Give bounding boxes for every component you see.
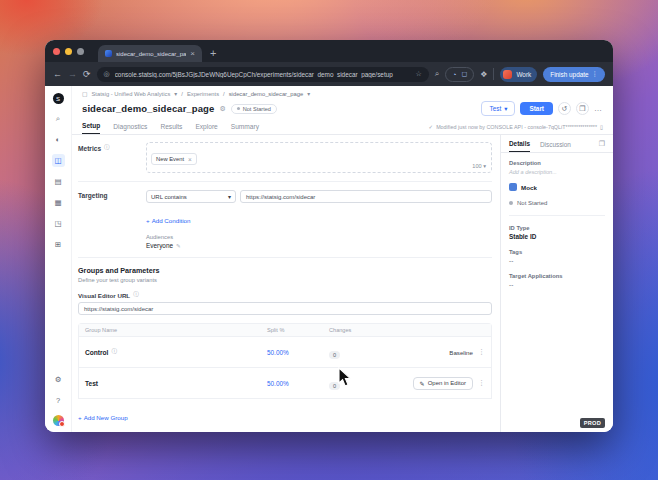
- more-options-icon[interactable]: …: [594, 104, 603, 113]
- breadcrumb-project[interactable]: Statsig - Unified Web Analytics: [91, 91, 170, 97]
- extensions-icon[interactable]: ❖: [480, 70, 487, 79]
- back-icon[interactable]: ←: [53, 70, 62, 79]
- start-button[interactable]: Start: [520, 102, 553, 115]
- visual-editor-url-input[interactable]: https://statsig.com/sidecar: [78, 302, 492, 315]
- edit-icon[interactable]: ✎: [176, 243, 181, 249]
- tab-details[interactable]: Details: [509, 140, 530, 152]
- targeting-label: Targeting: [78, 190, 146, 199]
- col-changes: Changes: [329, 327, 381, 333]
- update-menu-dots-icon[interactable]: ⋮: [592, 70, 598, 78]
- tab-close-icon[interactable]: ×: [190, 50, 195, 58]
- add-condition-link[interactable]: + Add Condition: [146, 217, 191, 224]
- condition-type-select[interactable]: URL contains ▾: [146, 190, 236, 203]
- search-icon[interactable]: ⌕: [435, 69, 439, 79]
- add-group-row: + Add New Group: [78, 406, 492, 424]
- nav-metrics-icon[interactable]: ▦: [52, 196, 65, 209]
- site-info-icon[interactable]: ◎: [104, 70, 110, 78]
- title-row: sidecar_demo_sidecar_page ⚙ Not Started …: [82, 101, 603, 116]
- tab-discussion[interactable]: Discussion: [540, 141, 571, 152]
- panel-toggle-icon[interactable]: ▯: [600, 124, 603, 130]
- nav-search-icon[interactable]: ⌕: [52, 112, 65, 125]
- audiences-label: Audiences: [146, 234, 492, 240]
- window-controls: [53, 40, 84, 62]
- metrics-counter[interactable]: 100 ▾: [472, 163, 486, 169]
- description-placeholder[interactable]: Add a description...: [509, 169, 605, 175]
- nav-users-icon[interactable]: ◳: [52, 217, 65, 230]
- check-icon: ✓: [429, 124, 434, 130]
- groups-subheading: Define your test group variants: [78, 277, 492, 283]
- group-split[interactable]: 50.00%: [267, 349, 329, 356]
- add-condition-label: Add Condition: [152, 217, 191, 224]
- forward-icon[interactable]: →: [68, 70, 77, 79]
- user-avatar[interactable]: [53, 415, 64, 426]
- creator-name: Mock: [521, 184, 537, 191]
- remove-metric-icon[interactable]: ×: [188, 156, 192, 163]
- open-in-editor-button[interactable]: ✎ Open in Editor: [413, 377, 473, 390]
- pip-icon[interactable]: ◔: [452, 71, 456, 78]
- browser-tab[interactable]: sidecar_demo_sidecar_pag... ×: [98, 45, 202, 62]
- metric-chip[interactable]: New Event ×: [151, 153, 197, 165]
- row-menu-icon[interactable]: ⋮: [473, 348, 485, 356]
- tab-results[interactable]: Results: [160, 123, 182, 134]
- target-apps-value: --: [509, 281, 605, 288]
- history-icon[interactable]: ↺: [558, 102, 571, 115]
- breadcrumb-sep: /: [181, 91, 183, 97]
- nav-experiments-icon[interactable]: ◫: [52, 154, 65, 167]
- finish-update-button[interactable]: Finish update ⋮: [543, 67, 605, 82]
- desktop: { "browser": { "tab_title": "sidecar_dem…: [0, 0, 658, 480]
- visual-editor-url-label-text: Visual Editor URL: [78, 292, 130, 299]
- nav-gates-icon[interactable]: ◐: [52, 133, 65, 146]
- tab-summary[interactable]: Summary: [231, 123, 259, 134]
- help-icon[interactable]: ?: [52, 394, 65, 407]
- tab-group-pill[interactable]: ◔ ◻: [445, 67, 474, 82]
- condition-value-input[interactable]: https://statsig.com/sidecar: [240, 190, 492, 203]
- tab-diagnostics[interactable]: Diagnostics: [113, 123, 147, 134]
- group-split[interactable]: 50.00%: [267, 380, 329, 387]
- test-button[interactable]: Test ▾: [481, 101, 515, 116]
- breadcrumb: ▢ Statsig - Unified Web Analytics ▾ / Ex…: [82, 91, 603, 97]
- chevron-down-icon[interactable]: ▾: [174, 91, 177, 97]
- chevron-down-icon[interactable]: ▾: [307, 91, 310, 97]
- tab-setup[interactable]: Setup: [82, 122, 100, 134]
- metrics-dropzone[interactable]: New Event × 100 ▾: [146, 142, 492, 173]
- nav-ingestion-icon[interactable]: ⊞: [52, 238, 65, 251]
- info-icon[interactable]: ⓘ: [111, 348, 117, 356]
- chevron-down-icon: ▾: [228, 193, 231, 200]
- left-nav-rail: S ⌕ ◐ ◫ ▤ ▦ ◳ ⊞ ⚙ ?: [45, 86, 71, 432]
- add-new-group-link[interactable]: + Add New Group: [78, 414, 128, 421]
- minimize-window-button[interactable]: [65, 48, 72, 55]
- chevron-down-icon: ▾: [504, 105, 507, 113]
- table-row-test[interactable]: Test 50.00% 0 ✎ Open in Editor ⋮: [79, 368, 491, 399]
- groups-heading: Groups and Parameters: [78, 266, 492, 275]
- browser-toolbar: ← → ⟳ ◎ console.statsig.com/5jBsJGjsJDeW…: [45, 62, 613, 86]
- close-window-button[interactable]: [53, 48, 60, 55]
- col-split: Split %: [267, 327, 329, 333]
- breadcrumb-experiments[interactable]: Experiments: [187, 91, 219, 97]
- browser-window: sidecar_demo_sidecar_pag... × + ← → ⟳ ◎ …: [45, 40, 613, 432]
- tab-title: sidecar_demo_sidecar_pag...: [116, 51, 186, 57]
- nav-dynamic-config-icon[interactable]: ▤: [52, 175, 65, 188]
- row-menu-icon[interactable]: ⋮: [473, 379, 485, 387]
- browser-profile-chip[interactable]: Work: [500, 67, 537, 82]
- status-dot: [509, 201, 513, 205]
- info-icon[interactable]: ⓘ: [104, 144, 110, 152]
- statsig-logo[interactable]: S: [53, 93, 64, 104]
- details-panel: Details Discussion ❐ Description Add a d…: [500, 135, 613, 432]
- metrics-label-text: Metrics: [78, 145, 101, 152]
- address-bar[interactable]: ◎ console.statsig.com/5jBsJGjsJDeWNg6Uep…: [97, 67, 429, 82]
- experiment-settings-icon[interactable]: ⚙: [219, 105, 225, 113]
- info-icon[interactable]: ⓘ: [133, 291, 139, 299]
- expand-panel-icon[interactable]: ❐: [599, 140, 605, 152]
- breadcrumb-current-page[interactable]: sidecar_demo_sidecar_page: [229, 91, 303, 97]
- bookmark-star-icon[interactable]: ☆: [415, 70, 421, 78]
- setup-form: Metrics ⓘ New Event × 100 ▾: [72, 135, 500, 432]
- reload-icon[interactable]: ⟳: [83, 70, 91, 79]
- new-tab-button[interactable]: +: [210, 47, 216, 59]
- profile-circle-icon[interactable]: ◻: [461, 70, 467, 78]
- tab-explore[interactable]: Explore: [195, 123, 217, 134]
- table-row-control[interactable]: Control ⓘ 50.00% 0 Baseline ⋮: [79, 337, 491, 368]
- creator-chip: Mock: [509, 183, 605, 191]
- settings-gear-icon[interactable]: ⚙: [52, 373, 65, 386]
- zoom-window-button[interactable]: [77, 48, 84, 55]
- clone-icon[interactable]: ❐: [576, 102, 589, 115]
